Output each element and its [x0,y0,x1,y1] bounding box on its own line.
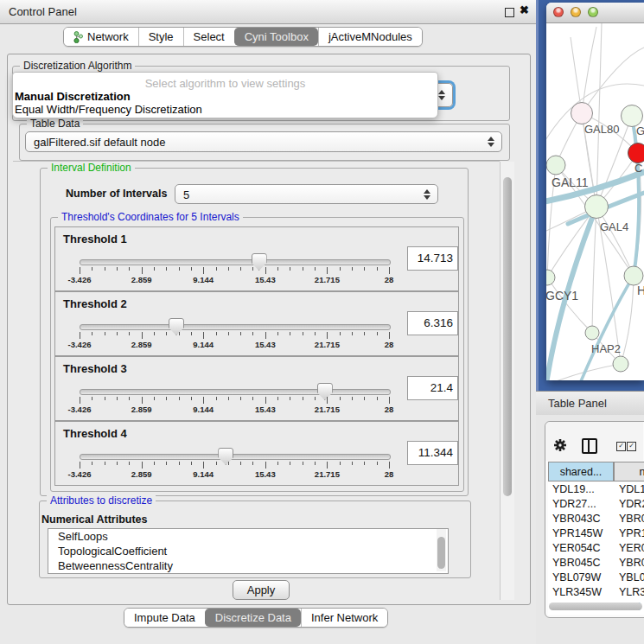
split-view-icon[interactable] [582,438,597,454]
table-cell-name[interactable]: YBL0 [614,571,644,585]
table-cell-shared-name[interactable]: YDL19... [548,482,614,497]
algorithm-option-equal-width[interactable]: Equal Width/Frequency Discretization [15,103,202,116]
network-graph[interactable]: GAL80GACGAL11GAL4GCY1HHAP2 [546,23,644,380]
tab-discretize-data[interactable]: Discretize Data [205,609,301,627]
network-node[interactable] [546,156,565,175]
checkbox-icon[interactable]: ✓ [616,442,626,451]
network-node[interactable] [613,356,628,372]
slider-tick [389,332,390,339]
threshold-1-value-field[interactable]: 14.713 [407,246,458,271]
slider-tick [364,332,365,335]
table-cell-shared-name[interactable]: YER054C [548,541,614,556]
threshold-3-value-field[interactable]: 21.4 [407,376,458,400]
apply-button[interactable]: Apply [233,580,290,600]
checkbox-icon[interactable]: ✓ [627,442,636,451]
table-cell-name[interactable]: YDR2 [614,497,644,512]
network-node[interactable] [622,105,643,127]
network-window-titlebar[interactable] [546,3,644,23]
slider-tick [179,267,180,271]
tab-network[interactable]: Network [64,28,138,46]
threshold-2-slider[interactable] [80,324,391,330]
attribute-list-scroll-thumb[interactable] [437,537,445,569]
network-node-label: GAL80 [584,123,619,136]
network-node[interactable] [571,103,593,124]
table-row[interactable]: YER054CYER0 [548,541,644,556]
table-cell-name[interactable]: YBR0 [614,556,644,571]
table-row[interactable]: YBR043CYBR0 [548,512,644,526]
mac-close-icon[interactable] [553,7,564,17]
tab-infer-network[interactable]: Infer Network [301,609,387,627]
attribute-item[interactable]: TopologicalCoefficient [48,544,448,558]
table-horizontal-scroll-thumb[interactable] [549,603,642,610]
table-panel-header[interactable]: Table Panel [536,391,644,416]
gear-icon[interactable] [553,438,567,452]
slider-tick [277,267,278,271]
table-cell-name[interactable]: YDL1 [614,482,644,497]
network-canvas[interactable]: GAL80GACGAL11GAL4GCY1HHAP2 [546,23,644,380]
table-row[interactable]: YDL19...YDL1 [548,482,644,497]
table-cell-name[interactable]: YBR0 [614,512,644,526]
table-row[interactable]: YBL079WYBL0 [548,571,644,585]
table-data-combobox[interactable]: galFiltered.sif default node [25,131,502,152]
network-node[interactable] [546,270,555,285]
interval-definition-legend: Interval Definition [48,162,135,174]
mac-minimize-icon[interactable] [571,7,581,17]
threshold-4-slider[interactable] [80,454,391,460]
tab-impute-data[interactable]: Impute Data [124,609,205,627]
table-toolbar: ✓ ✓ [545,422,643,461]
slider-tick [377,397,378,400]
tab-jactivemnodules[interactable]: jActiveMNodules [318,28,422,46]
table-cell-shared-name[interactable]: YLR345W [548,585,614,600]
table-row[interactable]: YDR27...YDR2 [548,497,644,512]
tab-style[interactable]: Style [138,28,183,46]
slider-tick [129,332,130,335]
network-node-label: GAL4 [600,220,628,233]
top-tab-strip: Network Style Select Cyni Toolbox jActiv… [63,27,423,47]
float-window-icon[interactable] [505,8,514,17]
network-icon [73,31,83,43]
slider-tick-labels: -3.4262.8599.14415.4321.71528 [80,469,389,480]
slider-tick [364,397,365,400]
threshold-3-slider[interactable] [80,389,391,395]
table-cell-shared-name[interactable]: YBR043C [548,512,614,526]
panel-scroll-thumb[interactable] [503,177,512,496]
table-row[interactable]: YBR045CYBR0 [548,556,644,571]
table-cell-name[interactable]: YER0 [614,541,644,556]
table-cell-shared-name[interactable]: YPR145W [548,526,614,541]
attribute-list-scrollbar[interactable] [437,529,446,571]
slider-ticks [80,462,389,469]
apply-button-label: Apply [247,583,276,596]
threshold-1-slider[interactable] [80,259,391,265]
close-icon[interactable]: ✖ [520,3,529,16]
network-node[interactable] [628,143,644,163]
mac-zoom-icon[interactable] [588,7,598,17]
slider-tick [389,462,390,469]
number-of-intervals-combobox[interactable]: 5 [175,184,438,204]
combo-arrows-icon [424,189,430,200]
threshold-4-value-field[interactable]: 11.344 [407,441,458,465]
slider-tick [265,397,266,404]
thresholds-legend: Threshold's Coordinates for 5 Intervals [58,211,243,223]
network-node[interactable] [585,195,609,219]
table-cell-shared-name[interactable]: YDR27... [548,497,614,512]
tab-select[interactable]: Select [183,28,234,46]
numerical-attributes-list[interactable]: SelfLoopsTopologicalCoefficientBetweenne… [48,528,449,574]
column-header-name[interactable]: n [614,462,644,481]
column-header-shared-name[interactable]: shared... [548,462,614,481]
slider-tick [92,332,92,335]
network-node[interactable] [624,266,643,285]
panel-scrollbar[interactable] [500,162,514,600]
attribute-item[interactable]: SelfLoops [48,529,448,544]
table-row[interactable]: YLR345WYLR3 [548,585,644,600]
threshold-2-value-field[interactable]: 6.316 [407,311,458,335]
table-cell-shared-name[interactable]: YBL079W [548,571,614,585]
table-cell-name[interactable]: YPR1 [614,526,644,541]
table-cell-shared-name[interactable]: YBR045C [548,556,614,571]
tab-cyni-toolbox[interactable]: Cyni Toolbox [234,28,318,46]
network-node[interactable] [585,326,599,340]
slider-tick-label: -3.426 [68,405,92,414]
table-cell-name[interactable]: YLR3 [614,585,644,600]
attribute-item[interactable]: BetweennessCentrality [48,558,448,573]
table-row[interactable]: YPR145WYPR1 [548,526,644,541]
algorithm-option-manual[interactable]: Manual Discretization [15,90,131,103]
